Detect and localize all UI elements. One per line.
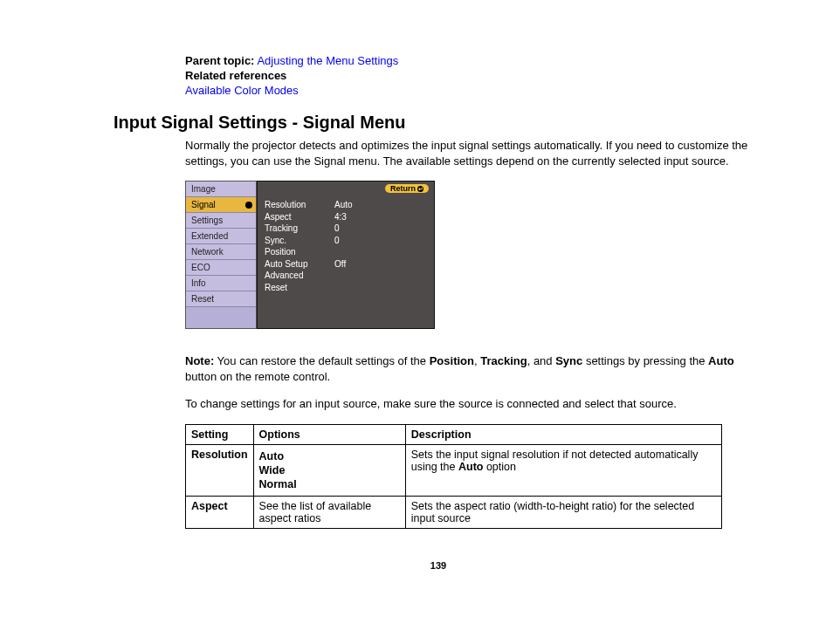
osd-tab-list: Image Signal Settings Extended Network E…: [185, 181, 257, 329]
option-item: Normal: [259, 478, 400, 490]
osd-row: ResolutionAuto: [265, 199, 427, 211]
cell-description: Sets the input signal resolution if not …: [405, 444, 721, 496]
cell-description: Sets the aspect ratio (width-to-height r…: [405, 496, 721, 528]
meta-block: Parent topic: Adjusting the Menu Setting…: [185, 54, 763, 97]
osd-tab-extended: Extended: [186, 229, 256, 244]
osd-row: Advanced: [265, 270, 427, 282]
col-description: Description: [405, 424, 721, 444]
cell-options: See the list of available aspect ratios: [253, 496, 405, 528]
osd-tab-info: Info: [186, 276, 256, 291]
intro-paragraph: Normally the projector detects and optim…: [185, 138, 763, 168]
table-row: Aspect See the list of available aspect …: [186, 496, 722, 528]
parent-topic-label: Parent topic:: [185, 54, 254, 67]
cell-options: Auto Wide Normal: [253, 444, 405, 496]
settings-table: Setting Options Description Resolution A…: [185, 424, 722, 529]
page-number: 139: [114, 560, 763, 571]
col-setting: Setting: [186, 424, 254, 444]
osd-return-button: Return↵: [385, 184, 429, 193]
table-header-row: Setting Options Description: [186, 424, 722, 444]
osd-tab-signal: Signal: [186, 197, 256, 213]
osd-row: Sync.0: [265, 235, 427, 247]
option-item: Wide: [259, 464, 400, 476]
related-references-label: Related references: [185, 69, 763, 82]
cell-setting: Aspect: [186, 496, 254, 528]
osd-row: Auto SetupOff: [265, 258, 427, 271]
parent-topic-line: Parent topic: Adjusting the Menu Setting…: [185, 54, 763, 67]
osd-panel: Return↵ ResolutionAuto Aspect4:3 Trackin…: [257, 181, 435, 329]
osd-return-label: Return: [390, 184, 416, 193]
osd-tab-reset: Reset: [186, 291, 256, 307]
parent-topic-link[interactable]: Adjusting the Menu Settings: [257, 54, 398, 67]
osd-row: Position: [265, 246, 427, 258]
osd-tab-image: Image: [186, 182, 256, 197]
osd-tab-settings: Settings: [186, 213, 256, 229]
option-item: Auto: [259, 450, 400, 462]
related-references-link[interactable]: Available Color Modes: [185, 84, 299, 97]
col-options: Options: [253, 424, 405, 444]
note-label: Note:: [185, 354, 214, 367]
note-paragraph: Note: You can restore the default settin…: [185, 353, 763, 384]
osd-row: Reset: [265, 282, 427, 294]
osd-menu-screenshot: Image Signal Settings Extended Network E…: [185, 181, 435, 329]
cell-setting: Resolution: [186, 444, 254, 496]
osd-tab-eco: ECO: [186, 260, 256, 276]
osd-row: Aspect4:3: [265, 211, 427, 223]
instruction-paragraph: To change settings for an input source, …: [185, 396, 763, 412]
osd-tab-network: Network: [186, 244, 256, 260]
page-title: Input Signal Settings - Signal Menu: [114, 113, 763, 133]
osd-rows: ResolutionAuto Aspect4:3 Tracking0 Sync.…: [265, 199, 427, 293]
table-row: Resolution Auto Wide Normal Sets the inp…: [186, 444, 722, 496]
osd-row: Tracking0: [265, 223, 427, 235]
enter-icon: ↵: [417, 186, 423, 192]
